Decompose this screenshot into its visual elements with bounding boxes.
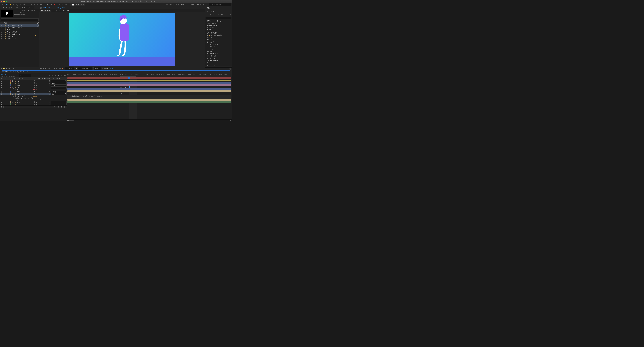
effect-category[interactable]: ノイズ＆グレイン	[206, 57, 231, 59]
parent-select[interactable]: なし˅	[51, 103, 66, 106]
property-row[interactable]: ◂ ◆ ▸˅ ⊙ ⏱タイムリマップ00116	[0, 95, 66, 97]
shy-icon[interactable]: ◔	[51, 74, 54, 76]
layer-row[interactable]: ◉ 8 › ▣ BG ⊕／ @なし˅	[0, 103, 66, 105]
world-axis-icon[interactable]: ⊹	[61, 3, 64, 6]
orbit-tool-icon[interactable]: ◯	[16, 3, 18, 6]
bounding-handle[interactable]	[35, 35, 36, 36]
home-icon[interactable]: ⌂	[1, 3, 4, 6]
name-column[interactable]: 名前	[4, 22, 7, 24]
anchor-point-icon[interactable]: ⊕	[118, 35, 120, 36]
project-item[interactable]: ■▣プリコンポジション 1	[0, 26, 39, 29]
effect-category[interactable]: ブラー＆シャープ	[206, 59, 231, 62]
toggle-switches-icon[interactable]: ⊞ ⊟	[1, 106, 4, 108]
parent-select[interactable]: 4. body˅	[51, 82, 66, 84]
effect-category[interactable]: Matte	[206, 30, 231, 32]
effects-list[interactable]: *アニメーションプリセット3D チャンネルBoris FX MochaCINEM…	[205, 20, 232, 66]
scroll-thumb[interactable]	[69, 120, 74, 121]
channel-icon[interactable]: ◉	[62, 68, 64, 69]
effect-category[interactable]: テキスト	[206, 50, 231, 52]
close-icon[interactable]	[1, 0, 2, 2]
project-list[interactable]: ■▣プリコンポジション 2▞■▣プリコンポジション 1■▣Peple■▣Peop…	[0, 24, 39, 66]
grid-icon[interactable]: ⊞	[48, 68, 50, 69]
view-options-icon[interactable]: ⊡ ⊞ ⊹ ◉	[102, 68, 108, 69]
project-item[interactable]: ■›▣People レイヤー	[0, 37, 39, 39]
playhead[interactable]	[129, 77, 129, 119]
audio-panel-header[interactable]: オーディオ	[205, 10, 232, 13]
timeline-tab-active[interactable]: ■ People_ver2 ≡	[2, 71, 14, 73]
brush-tool-icon[interactable]: ✏	[40, 3, 42, 6]
motion-blur-icon[interactable]: ◉	[57, 74, 60, 76]
effect-category[interactable]: ユーティリティ	[206, 64, 231, 66]
workspace-default[interactable]: デフォルト	[166, 3, 174, 6]
project-item[interactable]: ■▣プリコンポジション 2▞	[0, 24, 39, 26]
effect-category[interactable]: CINEMA 4D	[206, 26, 231, 28]
switches-modes-toggle[interactable]: スイッチ / モード	[53, 106, 65, 108]
layer-row[interactable]: ◉ 4 ˅ ★ body ⊕／ @なし˅	[0, 86, 66, 88]
effect-category[interactable]: カラー補正	[206, 39, 231, 41]
timeline-search[interactable]: ⌕	[19, 74, 31, 77]
canvas[interactable]: ⊕	[69, 13, 175, 66]
info-panel-header[interactable]: 情報	[205, 6, 232, 9]
breadcrumb-current[interactable]: People_ver2	[40, 9, 51, 11]
hand-tool-icon[interactable]: ✋	[9, 3, 12, 6]
current-time[interactable]: 00116 0:00:03:26 (30.00 fps)	[0, 73, 18, 77]
label-column-icon[interactable]: ◈	[0, 22, 4, 24]
project-search[interactable]: ⌕	[0, 18, 38, 21]
current-frame[interactable]: 00116	[54, 68, 58, 69]
project-item[interactable]: ■▣People_ver2	[0, 35, 39, 37]
zoom-out-icon[interactable]: ▬	[67, 120, 68, 121]
folder-icon[interactable]: 📁	[3, 68, 5, 69]
project-item[interactable]: ■▣People_仮完成	[0, 31, 39, 33]
frame-blend-icon[interactable]: ▨	[54, 74, 57, 76]
bounding-handle[interactable]	[209, 35, 210, 36]
layer-panel-icon[interactable]: ▣	[40, 7, 42, 9]
help-search[interactable]: ⌕ ヘルプを検索	[209, 3, 231, 6]
keyframe[interactable]	[120, 86, 122, 88]
eraser-tool-icon[interactable]: ◆	[46, 3, 49, 6]
comp-icon[interactable]: ▣	[6, 68, 7, 69]
roto-tool-icon[interactable]: ✦	[50, 3, 52, 6]
workspace-standard[interactable]: 標準	[181, 3, 184, 6]
effect-category[interactable]: スタイライズ	[206, 46, 231, 48]
parent-select[interactable]: 4. body˅	[51, 84, 66, 86]
keyframe[interactable]	[121, 93, 122, 94]
timeline-scrollbar[interactable]: ▬ ▲	[67, 119, 232, 121]
type-column-icon[interactable]: ▞	[37, 22, 38, 24]
expression-editor[interactable]: loopOut(type = "cycle", numKeyframes = 0…	[67, 95, 231, 99]
project-item[interactable]: ■▣Peple	[0, 29, 39, 31]
local-axis-icon[interactable]: ⊹	[58, 3, 60, 6]
effect-category[interactable]: マット	[206, 62, 231, 64]
graph-icon[interactable]: ⊞	[60, 74, 63, 76]
puppet-tool-icon[interactable]: 📌	[53, 3, 56, 6]
minimize-icon[interactable]	[4, 0, 5, 2]
effect-category[interactable]: チャンネル	[206, 48, 231, 50]
window-controls[interactable]	[1, 0, 8, 2]
view-axis-icon[interactable]: ⊹	[64, 3, 67, 6]
workspace-more-icon[interactable]: »	[206, 4, 207, 5]
layer-bar[interactable]	[67, 88, 231, 90]
keyframe[interactable]	[136, 93, 138, 94]
property-row[interactable]: ◂ ◆ ▸⊙ ⏱Y位置528.6	[0, 88, 66, 91]
expression-row[interactable]: エクスプレッション : タイムリマップ=⏱◉▸	[0, 97, 66, 101]
draft3d-icon[interactable]: ▣	[64, 74, 66, 76]
layer-row[interactable]: ◉ 3 › ★ arm R ⊕／ @4. body˅	[0, 84, 66, 86]
layer-bar[interactable]	[67, 77, 231, 79]
work-area[interactable]	[120, 76, 136, 77]
effects-search[interactable]: ⌕	[206, 16, 231, 19]
effect-category[interactable]: ディストーション	[206, 52, 231, 55]
layer-row[interactable]: ◉ 1 › ▣ hair ⊕／ @2. hed˅	[0, 80, 66, 82]
layer-bar[interactable]	[67, 99, 231, 100]
parent-select[interactable]: なし˅	[51, 86, 66, 89]
effect-category[interactable]: オーディオ	[206, 36, 231, 39]
effect-category[interactable]: イマーシブビデオ	[206, 32, 231, 34]
layer-row[interactable]: ◉ 7 › ▣ leg L ⊕／ @なし˅	[0, 101, 66, 103]
layer-bar[interactable]	[67, 82, 231, 84]
effect-category[interactable]: シミュレーション	[206, 43, 231, 46]
panel-menu-icon[interactable]: »	[37, 7, 39, 9]
bpc-label[interactable]: 8 bpc	[8, 68, 12, 69]
snapshot-icon[interactable]: 📷	[59, 68, 61, 69]
breadcrumb-next[interactable]: プリコンポジション 2	[54, 9, 69, 12]
parent-select[interactable]: なし˅	[51, 101, 66, 103]
effect-category[interactable]: キーイング	[206, 41, 231, 43]
workspace-small[interactable]: 小さい画面	[186, 3, 194, 6]
